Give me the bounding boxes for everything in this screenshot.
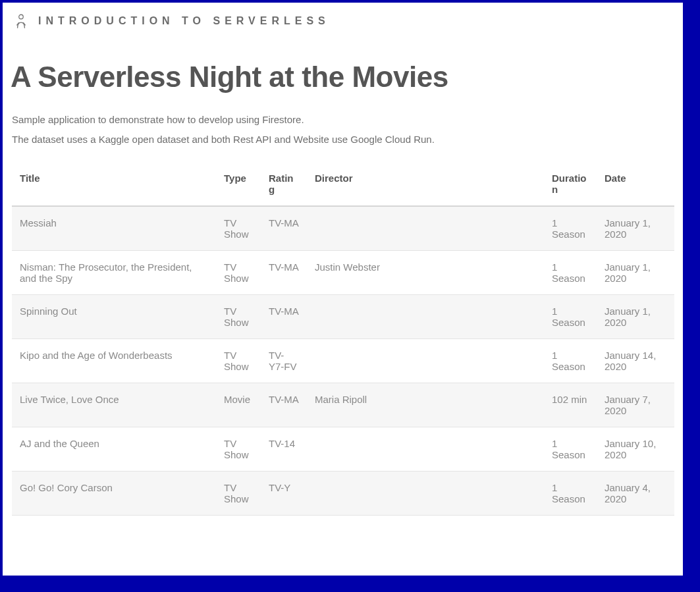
- cell-director: [307, 471, 544, 516]
- cell-rating: TV-Y: [261, 471, 307, 516]
- cell-rating: TV-Y7-FV: [261, 339, 307, 383]
- cell-title: Go! Go! Cory Carson: [12, 471, 216, 516]
- col-header-type: Type: [216, 162, 261, 206]
- cell-type: TV Show: [216, 427, 261, 471]
- cell-rating: TV-MA: [261, 251, 307, 295]
- description-line-2: The dataset uses a Kaggle open dataset a…: [12, 132, 674, 148]
- page-title: A Serverless Night at the Movies: [11, 61, 674, 94]
- cell-rating: TV-MA: [261, 383, 307, 427]
- table-row: Live Twice, Love OnceMovieTV-MAMaria Rip…: [12, 383, 674, 427]
- cell-director: [307, 339, 544, 383]
- svg-point-0: [19, 14, 24, 19]
- cell-type: Movie: [216, 383, 261, 427]
- col-header-title: Title: [12, 162, 216, 206]
- cell-title: Messiah: [12, 206, 216, 251]
- col-header-date: Date: [597, 162, 674, 206]
- cell-title: Spinning Out: [12, 295, 216, 339]
- cell-date: January 1, 2020: [597, 206, 674, 251]
- table-row: Go! Go! Cory CarsonTV ShowTV-Y1 SeasonJa…: [12, 471, 674, 516]
- cell-title: AJ and the Queen: [12, 427, 216, 471]
- col-header-director: Director: [307, 162, 544, 206]
- cell-date: January 10, 2020: [597, 427, 674, 471]
- cell-director: [307, 295, 544, 339]
- cell-duration: 1 Season: [544, 427, 597, 471]
- cell-duration: 1 Season: [544, 471, 597, 516]
- cell-type: TV Show: [216, 295, 261, 339]
- cell-director: Maria Ripoll: [307, 383, 544, 427]
- cell-duration: 102 min: [544, 383, 597, 427]
- cell-type: TV Show: [216, 471, 261, 516]
- table-body: MessiahTV ShowTV-MA1 SeasonJanuary 1, 20…: [12, 206, 674, 516]
- header-bar: INTRODUCTION TO SERVERLESS: [3, 3, 683, 37]
- table-row: Nisman: The Prosecutor, the President, a…: [12, 251, 674, 295]
- page-container: INTRODUCTION TO SERVERLESS A Serverless …: [3, 3, 683, 576]
- cell-duration: 1 Season: [544, 339, 597, 383]
- table-row: Kipo and the Age of WonderbeastsTV ShowT…: [12, 339, 674, 383]
- cell-rating: TV-MA: [261, 295, 307, 339]
- cell-title: Live Twice, Love Once: [12, 383, 216, 427]
- site-title: INTRODUCTION TO SERVERLESS: [38, 15, 330, 27]
- cell-director: [307, 206, 544, 251]
- cell-rating: TV-MA: [261, 206, 307, 251]
- movies-table: Title Type Rating Director Duration Date…: [12, 162, 674, 516]
- table-row: AJ and the QueenTV ShowTV-141 SeasonJanu…: [12, 427, 674, 471]
- cell-rating: TV-14: [261, 427, 307, 471]
- table-header-row: Title Type Rating Director Duration Date: [12, 162, 674, 206]
- table-row: Spinning OutTV ShowTV-MA1 SeasonJanuary …: [12, 295, 674, 339]
- cell-duration: 1 Season: [544, 295, 597, 339]
- cell-date: January 14, 2020: [597, 339, 674, 383]
- description-line-1: Sample application to demonstrate how to…: [12, 112, 674, 128]
- cell-date: January 1, 2020: [597, 295, 674, 339]
- col-header-rating: Rating: [261, 162, 307, 206]
- cell-director: Justin Webster: [307, 251, 544, 295]
- cell-date: January 4, 2020: [597, 471, 674, 516]
- cell-date: January 7, 2020: [597, 383, 674, 427]
- cell-date: January 1, 2020: [597, 251, 674, 295]
- cell-duration: 1 Season: [544, 206, 597, 251]
- cell-director: [307, 427, 544, 471]
- cell-type: TV Show: [216, 251, 261, 295]
- cell-title: Kipo and the Age of Wonderbeasts: [12, 339, 216, 383]
- cell-duration: 1 Season: [544, 251, 597, 295]
- col-header-duration: Duration: [544, 162, 597, 206]
- table-row: MessiahTV ShowTV-MA1 SeasonJanuary 1, 20…: [12, 206, 674, 251]
- cell-title: Nisman: The Prosecutor, the President, a…: [12, 251, 216, 295]
- site-logo-icon: [12, 12, 30, 30]
- cell-type: TV Show: [216, 206, 261, 251]
- cell-type: TV Show: [216, 339, 261, 383]
- content-area: A Serverless Night at the Movies Sample …: [3, 61, 683, 542]
